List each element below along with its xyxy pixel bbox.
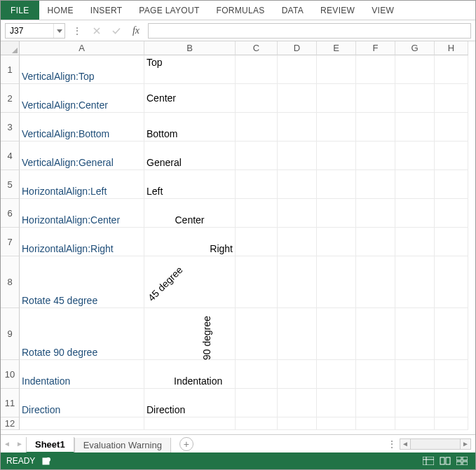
row-header-10[interactable]: 10 — [1, 360, 20, 389]
cell-B7[interactable]: Right — [144, 228, 236, 256]
col-header-A[interactable]: A — [20, 41, 144, 55]
cell-B11[interactable]: Direction — [144, 389, 236, 417]
cell-A10[interactable]: Indentation — [20, 360, 144, 389]
cell-A6[interactable]: HorizontalAlign:Center — [20, 199, 144, 228]
row-header-12[interactable]: 12 — [1, 417, 20, 430]
cell-H2[interactable] — [435, 84, 468, 113]
cell-A2[interactable]: VerticalAlign:Center — [20, 84, 144, 113]
cell-B1[interactable]: Top — [144, 55, 236, 84]
cell-H9[interactable] — [435, 308, 468, 360]
ribbon-tab-insert[interactable]: INSERT — [82, 1, 131, 20]
name-box-dropdown[interactable] — [53, 24, 64, 38]
cell-B8[interactable]: 45 degree — [144, 256, 236, 308]
ribbon-tab-page-layout[interactable]: PAGE LAYOUT — [130, 1, 208, 20]
cell-E4[interactable] — [317, 141, 356, 170]
cell-H1[interactable] — [435, 55, 468, 84]
cell-F4[interactable] — [356, 141, 395, 170]
page-break-view-button[interactable] — [454, 455, 470, 466]
row-header-1[interactable]: 1 — [1, 55, 20, 84]
cell-G2[interactable] — [395, 84, 435, 113]
sheet-nav-next[interactable]: ► — [13, 435, 26, 452]
cell-D11[interactable] — [278, 389, 317, 417]
cell-F10[interactable] — [356, 360, 395, 389]
cell-C7[interactable] — [236, 228, 278, 256]
col-header-C[interactable]: C — [236, 41, 278, 55]
ribbon-tab-data[interactable]: DATA — [273, 1, 312, 20]
cell-C6[interactable] — [236, 199, 278, 228]
cell-D3[interactable] — [278, 113, 317, 141]
cell-H7[interactable] — [435, 228, 468, 256]
cell-E7[interactable] — [317, 228, 356, 256]
cell-C4[interactable] — [236, 141, 278, 170]
page-layout-view-button[interactable] — [437, 455, 453, 466]
row-header-5[interactable]: 5 — [1, 170, 20, 199]
cell-A11[interactable]: Direction — [20, 389, 144, 417]
cell-G10[interactable] — [395, 360, 435, 389]
spreadsheet-grid[interactable]: ABCDEFGH 123456789101112 VerticalAlign:T… — [1, 41, 475, 434]
cell-E1[interactable] — [317, 55, 356, 84]
cell-F5[interactable] — [356, 170, 395, 199]
cell-B5[interactable]: Left — [144, 170, 236, 199]
cell-H5[interactable] — [435, 170, 468, 199]
cell-E5[interactable] — [317, 170, 356, 199]
cell-E11[interactable] — [317, 389, 356, 417]
ribbon-tab-formulas[interactable]: FORMULAS — [208, 1, 273, 20]
row-header-2[interactable]: 2 — [1, 84, 20, 113]
cell-G12[interactable] — [395, 417, 435, 430]
cell-E10[interactable] — [317, 360, 356, 389]
cell-B10[interactable]: Indentation — [144, 360, 236, 389]
cell-D6[interactable] — [278, 199, 317, 228]
horizontal-scrollbar[interactable]: ◄ ► — [400, 435, 475, 452]
cell-C8[interactable] — [236, 256, 278, 308]
cell-C2[interactable] — [236, 84, 278, 113]
cell-A4[interactable]: VerticalAlign:General — [20, 141, 144, 170]
cell-G9[interactable] — [395, 308, 435, 360]
col-header-B[interactable]: B — [144, 41, 236, 55]
row-header-11[interactable]: 11 — [1, 389, 20, 417]
cell-H3[interactable] — [435, 113, 468, 141]
cell-D12[interactable] — [278, 417, 317, 430]
col-header-D[interactable]: D — [278, 41, 317, 55]
cell-F11[interactable] — [356, 389, 395, 417]
cell-D9[interactable] — [278, 308, 317, 360]
col-header-F[interactable]: F — [356, 41, 395, 55]
cell-F3[interactable] — [356, 113, 395, 141]
cell-C11[interactable] — [236, 389, 278, 417]
cell-E8[interactable] — [317, 256, 356, 308]
cell-H8[interactable] — [435, 256, 468, 308]
cell-B2[interactable]: Center — [144, 84, 236, 113]
cell-G8[interactable] — [395, 256, 435, 308]
cell-G5[interactable] — [395, 170, 435, 199]
cell-A9[interactable]: Rotate 90 degree — [20, 308, 144, 360]
cell-F8[interactable] — [356, 256, 395, 308]
row-header-6[interactable]: 6 — [1, 199, 20, 228]
name-box[interactable] — [6, 24, 53, 38]
cell-A8[interactable]: Rotate 45 degree — [20, 256, 144, 308]
cell-H11[interactable] — [435, 389, 468, 417]
cell-C9[interactable] — [236, 308, 278, 360]
cell-C10[interactable] — [236, 360, 278, 389]
cancel-formula-button[interactable] — [89, 24, 104, 38]
macro-record-icon[interactable] — [42, 456, 52, 466]
cell-B6[interactable]: Center — [144, 199, 236, 228]
cell-A7[interactable]: HorizontalAlign:Right — [20, 228, 144, 256]
col-header-H[interactable]: H — [435, 41, 468, 55]
select-all-triangle[interactable] — [1, 41, 20, 55]
cell-H6[interactable] — [435, 199, 468, 228]
cell-G11[interactable] — [395, 389, 435, 417]
cell-E9[interactable] — [317, 308, 356, 360]
cell-H10[interactable] — [435, 360, 468, 389]
cell-F12[interactable] — [356, 417, 395, 430]
ribbon-tab-review[interactable]: REVIEW — [312, 1, 363, 20]
cell-D7[interactable] — [278, 228, 317, 256]
cell-G7[interactable] — [395, 228, 435, 256]
cell-E12[interactable] — [317, 417, 356, 430]
sheet-tab-evaluation-warning[interactable]: Evaluation Warning — [74, 438, 171, 453]
cell-E6[interactable] — [317, 199, 356, 228]
accept-formula-button[interactable] — [109, 24, 124, 38]
hscroll-left[interactable]: ◄ — [400, 438, 411, 450]
cell-F7[interactable] — [356, 228, 395, 256]
cell-F9[interactable] — [356, 308, 395, 360]
hscroll-right[interactable]: ► — [460, 438, 471, 450]
cell-G4[interactable] — [395, 141, 435, 170]
